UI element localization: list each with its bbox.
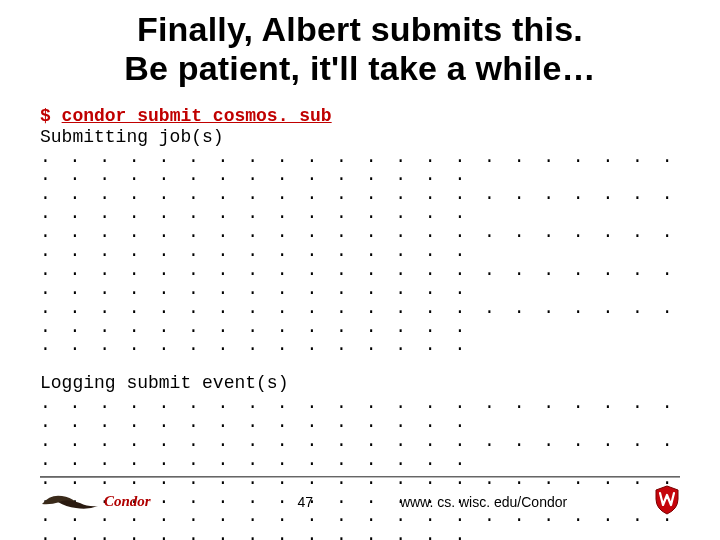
title-line-2: Be patient, it'll take a while… <box>124 49 596 87</box>
shell-prompt: $ <box>40 106 62 126</box>
eagle-icon <box>40 490 100 514</box>
condor-logo: Condor <box>40 490 151 514</box>
shell-command: condor_submit cosmos. sub <box>62 106 332 126</box>
progress-dots-3: . . . . . . . . . . . . . . . . . . . . … <box>40 223 680 261</box>
submitting-line: Submitting job(s) <box>40 127 224 147</box>
progress-dots-6: . . . . . . . . . . . . . . . <box>40 336 680 355</box>
terminal-block: $ condor_submit cosmos. sub Submitting j… <box>40 106 680 147</box>
condor-logo-text: Condor <box>104 493 151 510</box>
title-line-1: Finally, Albert submits this. <box>137 10 583 48</box>
logging-line: Logging submit event(s) <box>40 373 680 394</box>
progress-dots-5: . . . . . . . . . . . . . . . . . . . . … <box>40 299 680 337</box>
event-dots-1: . . . . . . . . . . . . . . . . . . . . … <box>40 394 680 432</box>
footer-row: Condor 47 www. cs. wisc. edu/Condor <box>40 485 680 518</box>
progress-dots-1: . . . . . . . . . . . . . . . . . . . . … <box>40 148 680 186</box>
progress-dots-2: . . . . . . . . . . . . . . . . . . . . … <box>40 185 680 223</box>
page-number: 47 <box>298 494 314 510</box>
footer-url: www. cs. wisc. edu/Condor <box>400 494 567 510</box>
event-dots-2: . . . . . . . . . . . . . . . . . . . . … <box>40 432 680 470</box>
slide-title: Finally, Albert submits this. Be patient… <box>40 10 680 88</box>
uw-crest-icon <box>654 485 680 518</box>
progress-dots-4: . . . . . . . . . . . . . . . . . . . . … <box>40 261 680 299</box>
slide: Finally, Albert submits this. Be patient… <box>0 0 720 540</box>
footer-rule <box>40 476 680 479</box>
footer: Condor 47 www. cs. wisc. edu/Condor <box>40 476 680 518</box>
